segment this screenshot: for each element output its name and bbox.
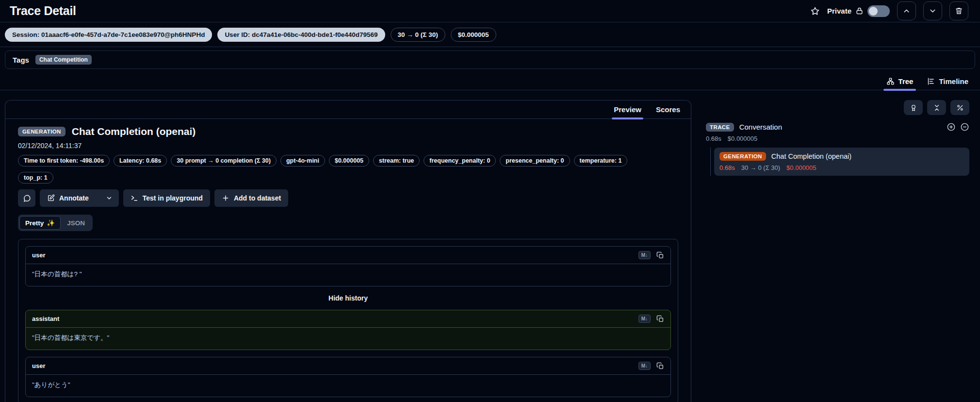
chevron-down-icon <box>106 195 113 201</box>
pill-presence-penalty: presence_penalty: 0 <box>500 155 570 167</box>
observation-title: Chat Completion (openai) <box>72 126 196 137</box>
trace-meta-row: Session: 01aaacf6-e0fe-457d-a7de-7c1ee08… <box>0 22 980 47</box>
collapse-all-button[interactable] <box>927 100 946 115</box>
tree-icon <box>886 77 895 85</box>
markdown-icon[interactable]: M↓ <box>638 362 651 370</box>
trace-title: Conversation <box>739 123 782 131</box>
timeline-icon <box>927 77 935 85</box>
top-bar-actions: Private <box>810 1 968 20</box>
message-role: user <box>32 251 45 259</box>
metric-pill-row-1: Time to first token: -498.00s Latency: 0… <box>18 155 678 167</box>
toggle-knob <box>869 7 878 16</box>
trace-cost: $0.000005 <box>728 135 757 142</box>
sparkles-icon: ✨ <box>47 219 55 227</box>
generation-type-badge: GENERATION <box>719 152 766 161</box>
content-area: Preview Scores GENERATION Chat Completio… <box>0 90 980 402</box>
tab-timeline[interactable]: Timeline <box>927 72 968 90</box>
delete-trace-button[interactable] <box>949 1 968 20</box>
observation-timestamp: 02/12/2024, 14:11:37 <box>18 142 678 150</box>
previous-trace-button[interactable] <box>897 1 916 20</box>
tab-scores[interactable]: Scores <box>656 100 680 118</box>
generation-title: Chat Completion (openai) <box>771 152 851 160</box>
page-title: Trace Detail <box>10 4 76 18</box>
markdown-icon[interactable]: M↓ <box>638 315 651 323</box>
pretty-label: Pretty <box>25 219 44 227</box>
observation-panel: Preview Scores GENERATION Chat Completio… <box>5 100 691 402</box>
copy-icon <box>656 251 664 259</box>
json-toggle-button[interactable]: JSON <box>61 217 91 229</box>
tab-tree-label: Tree <box>898 77 914 85</box>
pill-stream: stream: true <box>373 155 420 167</box>
tag-badge[interactable]: Chat Competition <box>35 55 92 65</box>
comment-button[interactable] <box>18 189 35 207</box>
award-icon <box>910 104 917 112</box>
markdown-icon[interactable]: M↓ <box>638 251 651 259</box>
star-icon <box>810 6 820 16</box>
copy-button[interactable] <box>656 251 664 259</box>
message-content: "日本の首都は? " <box>26 264 670 286</box>
hide-history-button[interactable]: Hide history <box>25 293 671 303</box>
pill-token-usage: 30 prompt → 0 completion (Σ 30) <box>171 155 277 167</box>
messages-card: user M↓ "日本の首都は? " Hide history <box>18 239 678 402</box>
message-user-1: user M↓ "日本の首都は? " <box>25 246 671 286</box>
pill-temperature: temperature: 1 <box>574 155 628 167</box>
tree-children: GENERATION Chat Completion (openai) 0.68… <box>710 148 969 176</box>
generation-cost: $0.000005 <box>786 164 816 171</box>
message-header: user M↓ <box>26 247 670 264</box>
copy-button[interactable] <box>656 362 664 370</box>
privacy-control: Private <box>827 5 890 17</box>
format-toggle: Pretty ✨ JSON <box>18 215 93 231</box>
copy-icon <box>656 362 664 370</box>
message-content: "日本の首都は東京です。" <box>26 328 670 350</box>
annotate-button[interactable]: Annotate <box>40 189 95 207</box>
trace-root-row[interactable]: TRACE Conversation <box>706 122 969 132</box>
trace-tree-panel: TRACE Conversation 0.68s $0.000005 <box>706 100 976 402</box>
message-assistant: assistant M↓ "日本の首都は東京です。" <box>25 310 671 350</box>
view-tabs: Tree Timeline <box>0 72 980 90</box>
copy-button[interactable] <box>656 315 664 323</box>
trace-metrics: 0.68s $0.000005 <box>706 135 969 142</box>
generation-tree-row[interactable]: GENERATION Chat Completion (openai) 0.68… <box>714 148 969 176</box>
tags-label: Tags <box>13 56 29 64</box>
pill-model[interactable]: gpt-4o-mini <box>280 155 325 167</box>
scores-toggle-button[interactable] <box>904 100 923 115</box>
pill-frequency-penalty: frequency_penalty: 0 <box>424 155 496 167</box>
bookmark-star-button[interactable] <box>810 6 820 16</box>
terminal-icon <box>131 194 138 202</box>
observation-body: GENERATION Chat Completion (openai) 02/1… <box>5 119 691 402</box>
add-to-dataset-button[interactable]: Add to dataset <box>214 189 288 207</box>
pill-latency: Latency: 0.68s <box>114 155 167 167</box>
trace-type-badge: TRACE <box>706 123 734 132</box>
collapse-icon <box>933 104 941 112</box>
next-trace-button[interactable] <box>923 1 942 20</box>
panel-tabs: Preview Scores <box>5 100 691 119</box>
pill-cost: $0.000005 <box>329 155 369 167</box>
chevron-up-icon <box>902 7 911 15</box>
add-to-dataset-label: Add to dataset <box>234 194 281 202</box>
metrics-toggle-button[interactable] <box>950 100 969 115</box>
private-toggle[interactable] <box>867 5 890 17</box>
session-badge[interactable]: Session: 01aaacf6-e0fe-457d-a7de-7c1ee08… <box>5 28 212 42</box>
trace-latency: 0.68s <box>706 135 721 142</box>
user-id-badge[interactable]: User ID: dc47a41e-06bc-400d-bde1-f0e440d… <box>217 28 385 42</box>
message-header: assistant M↓ <box>26 310 670 328</box>
metric-pill-row-2: top_p: 1 <box>18 172 678 184</box>
percent-icon <box>956 104 964 112</box>
tab-timeline-label: Timeline <box>939 77 968 85</box>
observation-header: GENERATION Chat Completion (openai) <box>18 125 678 138</box>
token-usage-badge: 30 → 0 (Σ 30) <box>391 28 445 42</box>
annotate-split-button: Annotate <box>40 189 119 207</box>
test-in-playground-button[interactable]: Test in playground <box>123 189 210 207</box>
annotate-edit-icon <box>47 194 55 202</box>
copy-icon <box>656 315 664 323</box>
collapse-tree-button[interactable] <box>960 122 969 132</box>
expand-all-button[interactable] <box>947 122 956 132</box>
message-role: assistant <box>32 315 59 322</box>
tab-preview[interactable]: Preview <box>614 100 641 118</box>
pill-top-p: top_p: 1 <box>18 172 53 184</box>
tree-panel-actions <box>706 100 969 115</box>
observation-type-badge: GENERATION <box>18 127 65 136</box>
annotate-dropdown-button[interactable] <box>99 189 119 207</box>
tab-tree[interactable]: Tree <box>886 72 914 90</box>
pretty-toggle-button[interactable]: Pretty ✨ <box>19 216 61 230</box>
